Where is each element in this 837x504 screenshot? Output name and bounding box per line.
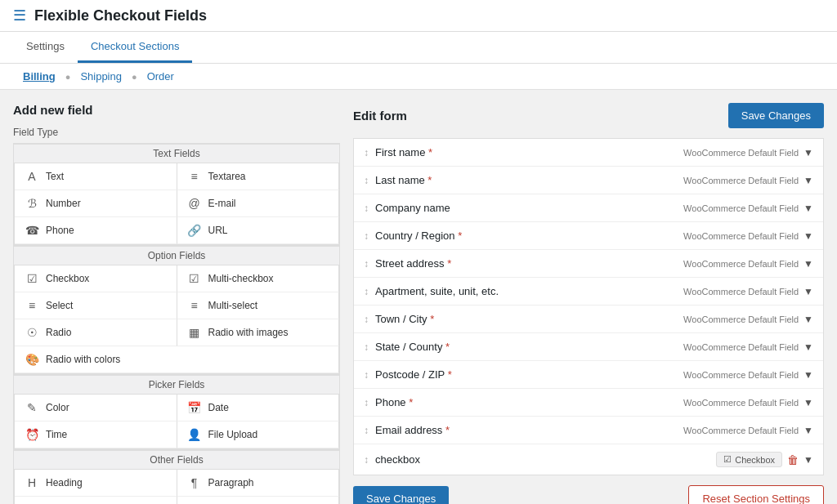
drag-handle[interactable]: ↕ (364, 314, 369, 325)
field-row-name: Postcode / ZIP * (375, 368, 677, 381)
field-url[interactable]: 🔗 URL (177, 217, 340, 244)
save-changes-button-bottom[interactable]: Save Changes (353, 486, 449, 504)
picker-fields-grid: ✎ Color 📅 Date ⏰ Time 👤 File Upload (14, 395, 339, 448)
field-row-name: Apartment, suite, unit, etc. (375, 285, 677, 297)
field-row-actions: WooCommerce Default Field ▼ (683, 175, 813, 186)
paragraph-icon: ¶ (187, 476, 202, 489)
paragraph-label: Paragraph (208, 477, 254, 488)
radio-images-icon: ▦ (187, 326, 202, 339)
date-icon: 📅 (187, 401, 202, 414)
field-paragraph[interactable]: ¶ Paragraph (177, 470, 340, 497)
woo-default-tag: WooCommerce Default Field (683, 203, 799, 213)
field-html[interactable]: </> HTML (177, 497, 340, 504)
reset-section-settings-button[interactable]: Reset Section Settings (688, 485, 824, 504)
field-row-actions: WooCommerce Default Field ▼ (683, 258, 813, 270)
number-icon: ℬ (25, 197, 39, 210)
save-changes-button-top[interactable]: Save Changes (728, 103, 824, 128)
field-type-label: Field Type (13, 127, 340, 138)
field-heading[interactable]: H Heading (15, 470, 177, 497)
radio-images-label: Radio with images (208, 327, 289, 338)
field-dropdown-button[interactable]: ▼ (803, 286, 813, 297)
field-select[interactable]: ≡ Select (15, 292, 177, 319)
field-row-name: checkbox (375, 453, 709, 466)
field-row-actions: WooCommerce Default Field ▼ (683, 286, 813, 297)
drag-handle[interactable]: ↕ (364, 369, 369, 381)
sub-tab-shipping[interactable]: Shipping (70, 64, 132, 89)
tab-checkout-sections[interactable]: Checkout Sections (78, 32, 192, 63)
field-radio[interactable]: ☉ Radio (15, 319, 177, 346)
field-dropdown-button[interactable]: ▼ (803, 203, 813, 214)
sub-tab-order[interactable]: Order (137, 64, 184, 89)
field-row-actions: WooCommerce Default Field ▼ (683, 425, 813, 436)
drag-handle[interactable]: ↕ (364, 230, 369, 242)
field-dropdown-button[interactable]: ▼ (803, 397, 813, 408)
field-color[interactable]: ✎ Color (15, 395, 177, 421)
field-radio-images[interactable]: ▦ Radio with images (177, 319, 340, 346)
tab-settings[interactable]: Settings (13, 32, 78, 63)
field-number[interactable]: ℬ Number (15, 190, 177, 217)
field-dropdown-button[interactable]: ▼ (803, 147, 813, 158)
field-textarea[interactable]: ≡ Textarea (177, 163, 340, 190)
field-dropdown-button[interactable]: ▼ (803, 230, 813, 242)
field-multi-checkbox[interactable]: ☑ Multi-checkbox (177, 265, 340, 292)
textarea-icon: ≡ (187, 170, 202, 183)
field-dropdown-button[interactable]: ▼ (803, 454, 813, 466)
field-phone[interactable]: ☎ Phone (15, 217, 177, 244)
field-time[interactable]: ⏰ Time (15, 421, 177, 448)
file-upload-icon: 👤 (187, 428, 202, 441)
table-row: ↕ Street address * WooCommerce Default F… (354, 250, 823, 278)
field-image[interactable]: 🖼 Image (15, 497, 177, 504)
field-multi-select[interactable]: ≡ Multi-select (177, 292, 340, 319)
field-row-name: Street address * (375, 257, 677, 270)
woo-default-tag: WooCommerce Default Field (683, 287, 799, 297)
field-dropdown-button[interactable]: ▼ (803, 314, 813, 325)
drag-handle[interactable]: ↕ (364, 425, 369, 436)
radio-colors-icon: 🎨 (25, 353, 39, 366)
color-label: Color (46, 402, 69, 413)
field-row-name: Town / City * (375, 313, 677, 325)
picker-fields-header: Picker Fields (14, 375, 339, 395)
field-row-actions: WooCommerce Default Field ▼ (683, 397, 813, 408)
drag-handle[interactable]: ↕ (364, 258, 369, 270)
woo-default-tag: WooCommerce Default Field (683, 342, 799, 352)
field-row-name: Country / Region * (375, 230, 677, 242)
field-checkbox[interactable]: ☑ Checkbox (15, 265, 177, 292)
badge-icon: ☑ (723, 454, 732, 465)
left-panel: Add new field Field Type Text Fields A T… (13, 103, 340, 504)
field-file-upload[interactable]: 👤 File Upload (177, 421, 340, 448)
woo-default-tag: WooCommerce Default Field (683, 398, 799, 408)
drag-handle[interactable]: ↕ (364, 175, 369, 186)
drag-handle[interactable]: ↕ (364, 203, 369, 214)
drag-handle[interactable]: ↕ (364, 397, 369, 408)
field-delete-button[interactable]: 🗑 (787, 453, 799, 466)
other-fields-header: Other Fields (14, 450, 339, 470)
field-row-actions: ☑ Checkbox 🗑 ▼ (716, 452, 813, 467)
number-label: Number (46, 198, 81, 209)
field-dropdown-button[interactable]: ▼ (803, 175, 813, 186)
field-dropdown-button[interactable]: ▼ (803, 341, 813, 353)
drag-handle[interactable]: ↕ (364, 286, 369, 297)
field-email[interactable]: @ E-mail (177, 190, 340, 217)
woo-default-tag: WooCommerce Default Field (683, 370, 799, 380)
multi-select-icon: ≡ (187, 299, 202, 312)
woo-default-tag: WooCommerce Default Field (683, 176, 799, 185)
drag-handle[interactable]: ↕ (364, 341, 369, 353)
field-date[interactable]: 📅 Date (177, 395, 340, 421)
sub-tab-billing[interactable]: Billing (13, 64, 65, 89)
field-row-actions: WooCommerce Default Field ▼ (683, 341, 813, 353)
field-dropdown-button[interactable]: ▼ (803, 425, 813, 436)
other-fields-grid: H Heading ¶ Paragraph 🖼 Image </> HTML 👁 (14, 470, 339, 504)
field-dropdown-button[interactable]: ▼ (803, 258, 813, 270)
checkbox-label: Checkbox (46, 273, 89, 284)
field-dropdown-button[interactable]: ▼ (803, 369, 813, 381)
sep-2: ● (132, 72, 137, 82)
field-text[interactable]: A Text (15, 163, 177, 190)
select-icon: ≡ (25, 299, 39, 312)
drag-handle[interactable]: ↕ (364, 454, 369, 466)
checkbox-icon: ☑ (25, 272, 39, 285)
edit-form-header: Edit form Save Changes (353, 103, 824, 128)
field-radio-colors[interactable]: 🎨 Radio with colors (15, 346, 339, 373)
woo-default-tag: WooCommerce Default Field (683, 426, 799, 435)
color-icon: ✎ (25, 401, 39, 414)
drag-handle[interactable]: ↕ (364, 147, 369, 158)
